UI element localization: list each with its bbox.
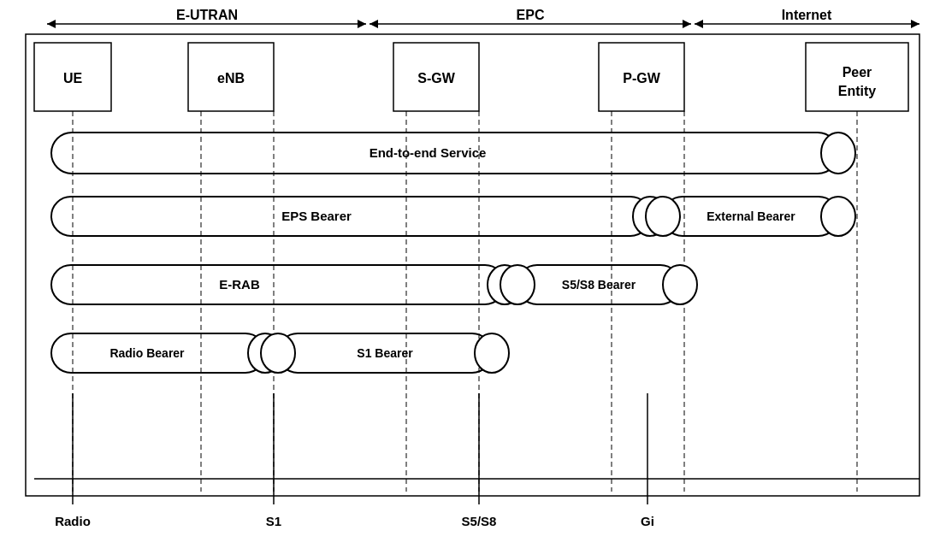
s1-bearer-label: S1 Bearer bbox=[357, 346, 413, 360]
svg-marker-9 bbox=[695, 20, 703, 28]
svg-point-30 bbox=[821, 197, 855, 236]
svg-point-26 bbox=[821, 133, 855, 174]
eutran-label: E-UTRAN bbox=[176, 8, 238, 22]
pgw-label: P-GW bbox=[623, 71, 660, 85]
radio-interface-label: Radio bbox=[55, 514, 91, 528]
erab-label: E-RAB bbox=[219, 277, 260, 292]
eps-bearer-label: EPS Bearer bbox=[281, 209, 352, 223]
svg-marker-10 bbox=[911, 20, 919, 28]
external-bearer-label: External Bearer bbox=[707, 209, 795, 223]
sgw-label: S-GW bbox=[417, 71, 455, 85]
s5s8-interface-label: S5/S8 bbox=[462, 514, 497, 528]
svg-point-36 bbox=[663, 265, 697, 304]
svg-point-31 bbox=[646, 197, 680, 236]
diagram-container: E-UTRAN EPC Internet UE eNB S-GW P-GW P bbox=[0, 0, 946, 560]
ue-label: UE bbox=[63, 71, 83, 85]
svg-rect-32 bbox=[51, 265, 505, 304]
epc-label: EPC bbox=[517, 8, 545, 22]
internet-label: Internet bbox=[782, 8, 832, 22]
enb-label: eNB bbox=[217, 71, 245, 85]
peer-entity-label: Peer bbox=[843, 65, 872, 80]
radio-bearer-label: Radio Bearer bbox=[109, 346, 185, 360]
svg-point-41 bbox=[475, 333, 509, 373]
svg-marker-4 bbox=[358, 20, 366, 28]
svg-marker-7 bbox=[683, 20, 691, 28]
peer-entity-label2: Entity bbox=[838, 84, 877, 98]
s1-interface-label: S1 bbox=[266, 514, 281, 528]
svg-point-35 bbox=[500, 265, 535, 304]
end-to-end-label: End-to-end Service bbox=[370, 145, 487, 160]
svg-point-40 bbox=[261, 333, 295, 373]
gi-interface-label: Gi bbox=[641, 514, 654, 528]
svg-marker-3 bbox=[47, 20, 56, 28]
svg-marker-6 bbox=[370, 20, 378, 28]
s5s8-bearer-label: S5/S8 Bearer bbox=[562, 278, 636, 292]
